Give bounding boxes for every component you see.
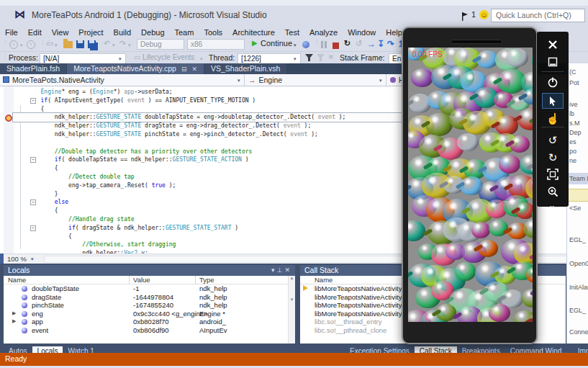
notification-count[interactable]: 1 [471, 10, 476, 19]
locals-grid[interactable]: NameValueType doubleTapState-1ndk_helpdr… [4, 276, 295, 344]
chevron-down-icon[interactable]: ▾ [20, 42, 23, 48]
document-tab[interactable]: ShaderPlain.fsh [0, 63, 66, 74]
menu-test[interactable]: Test [280, 27, 304, 38]
android-emulator[interactable]: 0.00 FPS [402, 27, 538, 344]
menu-analyze[interactable]: Analyze [304, 27, 343, 38]
stop-debugging-button[interactable] [333, 42, 339, 50]
locals-panel-title[interactable]: Locals ▾⊥✕ [4, 265, 295, 276]
menu-file[interactable]: File [0, 27, 23, 38]
locals-scrollbar[interactable]: ▲▼ [288, 276, 295, 344]
menu-window[interactable]: Window [343, 27, 381, 38]
expand-arrow-icon[interactable]: ▶ [12, 310, 16, 316]
filter-funnel-disabled-icon[interactable] [317, 54, 325, 63]
table-row[interactable]: pinchState-1674855240ndk_help [4, 301, 295, 310]
document-tab[interactable]: MoreTeapotsNativeActivity.cpp⊟✕ [67, 63, 204, 74]
minimize-icon[interactable] [542, 55, 564, 71]
column-header[interactable]: Name [8, 276, 26, 284]
save-button[interactable] [76, 40, 84, 50]
chevron-down-icon[interactable]: ▾ [31, 256, 34, 262]
zoom-level-select[interactable]: 100 % [7, 255, 27, 263]
column-header[interactable]: Name [315, 276, 333, 284]
step-into-icon[interactable]: ↧ [377, 39, 384, 49]
menu-architecture[interactable]: Architecture [227, 27, 280, 38]
power-icon[interactable] [542, 75, 564, 91]
zoom-icon[interactable] [542, 184, 564, 200]
touch-icon[interactable]: ☝ [542, 111, 564, 127]
breakpoint-current-statement-icon[interactable] [5, 115, 12, 122]
navigate-back-button[interactable]: ‹ [9, 39, 18, 49]
filter-funnel-icon[interactable] [305, 54, 313, 63]
close-icon[interactable] [542, 37, 564, 53]
menu-debug[interactable]: Debug [136, 27, 169, 38]
fold-toggle-icon[interactable]: − [30, 199, 36, 205]
rotate-left-icon[interactable]: ↺ [542, 133, 564, 148]
chevron-down-icon[interactable]: ▾ [119, 56, 122, 62]
menu-view[interactable]: View [47, 27, 74, 38]
title-bar[interactable]: ⋈ MoreTeaPots Android 1 (Debugging) - Mi… [0, 6, 588, 25]
quick-launch-input[interactable]: Quick Launch (Ctrl+Q) [491, 9, 585, 22]
fit-to-screen-icon[interactable] [542, 167, 564, 183]
cursor-icon[interactable] [542, 93, 564, 109]
more-tools-icon[interactable]: » [542, 199, 564, 215]
chevron-down-icon[interactable]: ▾ [112, 42, 115, 48]
restart-button[interactable]: ↻ [344, 39, 350, 48]
break-all-button[interactable] [321, 41, 327, 50]
redo-button[interactable]: ↷ [119, 39, 126, 48]
scope-dropdown[interactable]: MoreTeaPots.NativeActivity [0, 74, 245, 86]
chevron-down-icon[interactable]: ▾ [55, 42, 58, 48]
chevron-down-icon[interactable]: ▾ [379, 78, 382, 84]
table-row[interactable]: dragState-1644978804ndk_help [4, 293, 295, 302]
undo-button[interactable]: ↶ [104, 39, 110, 48]
rotate-right-icon[interactable]: ↻ [542, 150, 564, 166]
column-separator[interactable] [195, 276, 196, 284]
document-tab[interactable]: VS_ShaderPlain.vsh [204, 63, 286, 74]
navigate-forward-button[interactable]: › [27, 39, 35, 49]
solution-platform-select[interactable]: x86 [187, 39, 245, 50]
intellitrace-icon[interactable] [302, 41, 309, 50]
fold-toggle-icon[interactable]: − [30, 225, 36, 231]
fold-toggle-icon[interactable]: − [30, 157, 36, 163]
chevron-down-icon[interactable]: ▾ [294, 42, 297, 48]
table-row[interactable]: ▶eng0x9c3cc440 <g_engine>Engine * [4, 310, 295, 318]
chevron-down-icon[interactable]: ▾ [128, 42, 131, 48]
suppress-icon[interactable]: ≋ [328, 53, 334, 60]
pin-icon[interactable]: ⊟ [181, 66, 187, 73]
expand-arrow-icon[interactable]: ▶ [12, 318, 16, 324]
column-header[interactable]: Value [133, 276, 150, 284]
chevron-down-icon[interactable]: ▾ [200, 56, 203, 62]
save-all-button[interactable] [88, 40, 96, 50]
menu-tools[interactable]: Tools [199, 27, 227, 38]
solution-configuration-select[interactable]: Debug [137, 39, 184, 50]
menu-team[interactable]: Team [170, 27, 199, 38]
chevron-down-icon[interactable]: ▾ [294, 56, 297, 62]
column-separator[interactable] [129, 276, 130, 284]
window-position-icon[interactable]: ▾ [271, 266, 277, 274]
chevron-down-icon[interactable]: ▾ [238, 78, 240, 84]
step-over-icon[interactable]: ↷ [387, 39, 394, 49]
column-header[interactable]: Type [199, 276, 214, 284]
continue-button[interactable]: Continue [261, 39, 292, 48]
breakpoint-gutter[interactable] [4, 86, 14, 253]
feedback-smiley-icon[interactable]: ☺ [479, 10, 489, 19]
open-folder-button[interactable] [63, 41, 73, 50]
process-select[interactable]: [N/A] [40, 53, 126, 64]
notification-flag-icon[interactable] [461, 11, 469, 24]
refresh-disabled-icon[interactable]: ↺ [356, 39, 362, 48]
emulator-screen[interactable]: 0.00 FPS [408, 48, 533, 322]
lifecycle-events-button[interactable]: Lifecycle Events [143, 53, 194, 61]
menu-project[interactable]: Project [73, 27, 108, 38]
thread-select[interactable]: [1226] [238, 53, 301, 64]
show-next-statement-icon[interactable]: → [367, 39, 376, 49]
fold-toggle-icon[interactable]: − [30, 98, 36, 104]
table-row[interactable]: doubleTapState-1ndk_help [4, 284, 295, 293]
table-row[interactable]: event0xb806df90AInputEv [4, 326, 295, 335]
close-icon[interactable]: ✕ [191, 66, 197, 73]
continue-play-icon[interactable]: ▶ [252, 39, 258, 47]
new-file-button[interactable]: ▭ [46, 39, 53, 48]
table-row[interactable]: ▶app0xb8028f70android_ [4, 318, 295, 326]
close-icon[interactable]: ✕ [284, 266, 292, 274]
menu-build[interactable]: Build [109, 27, 136, 38]
menu-edit[interactable]: Edit [23, 27, 47, 38]
lifecycle-events-icon[interactable]: ▭ [134, 53, 140, 61]
pin-icon[interactable]: ⊥ [277, 266, 285, 274]
